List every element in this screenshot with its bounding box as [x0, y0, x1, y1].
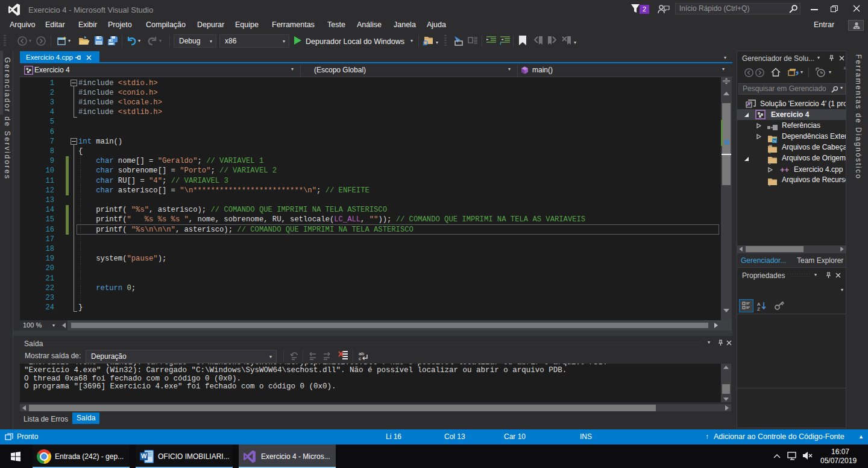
- svg-text:c: c: [359, 356, 361, 361]
- svg-text:N: N: [773, 139, 776, 143]
- svg-text:W: W: [141, 453, 147, 460]
- svg-text:Z: Z: [757, 306, 760, 311]
